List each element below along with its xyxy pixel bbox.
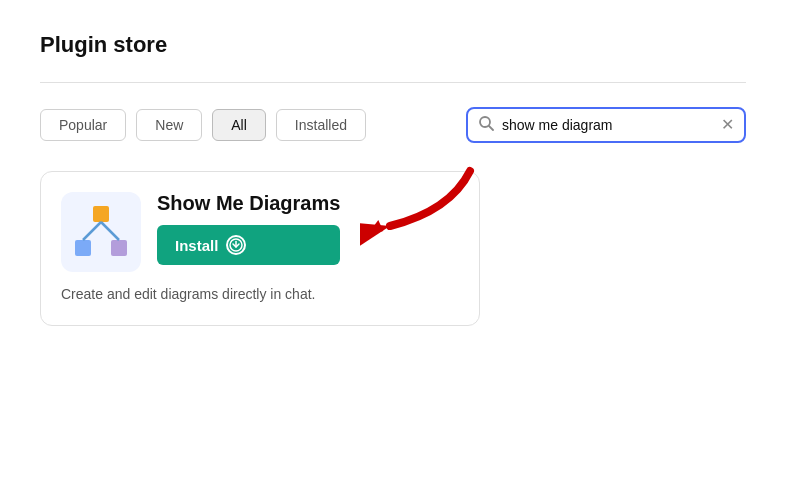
tab-installed[interactable]: Installed bbox=[276, 109, 366, 141]
plugin-icon-svg bbox=[69, 200, 133, 264]
plugin-icon bbox=[61, 192, 141, 272]
plugin-description: Create and edit diagrams directly in cha… bbox=[61, 284, 459, 305]
svg-rect-4 bbox=[111, 240, 127, 256]
tab-new[interactable]: New bbox=[136, 109, 202, 141]
plugin-card: Show Me Diagrams Install Create and edit… bbox=[40, 171, 480, 326]
plugin-card-top: Show Me Diagrams Install bbox=[61, 192, 459, 272]
install-icon bbox=[226, 235, 246, 255]
install-label: Install bbox=[175, 237, 218, 254]
divider bbox=[40, 82, 746, 83]
plugin-name: Show Me Diagrams bbox=[157, 192, 340, 215]
install-button[interactable]: Install bbox=[157, 225, 340, 265]
clear-search-button[interactable]: ✕ bbox=[721, 117, 734, 133]
svg-rect-3 bbox=[75, 240, 91, 256]
filter-bar: Popular New All Installed ✕ bbox=[40, 107, 746, 143]
tab-all[interactable]: All bbox=[212, 109, 266, 141]
search-container: ✕ bbox=[466, 107, 746, 143]
page-title: Plugin store bbox=[40, 32, 746, 58]
tab-popular[interactable]: Popular bbox=[40, 109, 126, 141]
plugin-info: Show Me Diagrams Install bbox=[157, 192, 340, 265]
search-input[interactable] bbox=[502, 117, 721, 133]
search-icon bbox=[478, 115, 494, 135]
svg-line-5 bbox=[83, 222, 101, 240]
svg-rect-2 bbox=[93, 206, 109, 222]
svg-line-1 bbox=[489, 126, 493, 130]
svg-line-6 bbox=[101, 222, 119, 240]
